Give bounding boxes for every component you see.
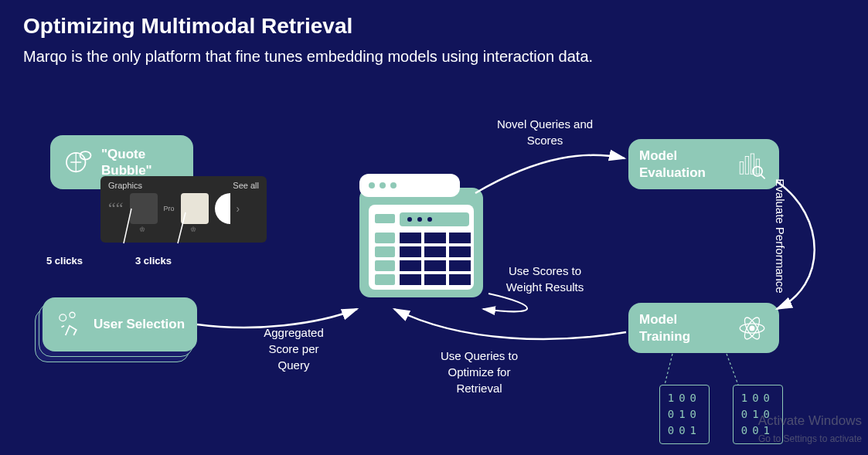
clicks-5-label: 5 clicks	[46, 255, 83, 267]
head-speech-icon	[61, 146, 94, 178]
card-label: User Selection	[94, 316, 185, 332]
svg-rect-14	[375, 214, 395, 223]
graphics-panel: Graphics See all ““ ♔ Pro ♔ ›	[100, 176, 267, 243]
crown-icon: ♔	[190, 226, 196, 233]
browser-data-icon	[352, 174, 491, 305]
quote-glyph-icon: ““	[108, 199, 124, 219]
card-model-training: Model Training	[628, 303, 779, 353]
chart-magnify-icon	[736, 148, 768, 181]
svg-rect-30	[449, 274, 471, 285]
label-novel-queries: Novel Queries and Scores	[495, 116, 595, 148]
page-title: Optimizing Multimodal Retrieval	[23, 14, 352, 39]
svg-point-36	[750, 325, 755, 331]
svg-point-2	[60, 314, 66, 321]
svg-rect-19	[400, 233, 421, 243]
label-use-queries: Use Queries to Optimize for Retrieval	[429, 348, 529, 396]
card-label: Model Training	[639, 311, 728, 345]
graphics-pro-label: Pro	[164, 205, 175, 212]
svg-point-7	[380, 182, 386, 188]
svg-rect-17	[375, 260, 395, 271]
graphics-seeall[interactable]: See all	[233, 181, 259, 190]
svg-rect-24	[449, 246, 471, 257]
graphics-header: Graphics	[108, 181, 142, 190]
svg-point-11	[407, 217, 412, 222]
svg-rect-29	[424, 274, 446, 285]
matrix-row: 001	[668, 423, 701, 439]
matrix-row: 100	[741, 390, 774, 406]
windows-watermark-sub: Go to Settings to activate	[758, 433, 862, 444]
crown-icon: ♔	[139, 226, 145, 233]
svg-rect-27	[449, 260, 471, 271]
graphics-item[interactable]	[215, 193, 230, 224]
chevron-right-icon[interactable]: ›	[237, 202, 240, 215]
svg-rect-28	[400, 274, 421, 285]
svg-point-6	[369, 182, 375, 188]
graphics-item[interactable]: ♔	[181, 193, 209, 224]
svg-rect-31	[740, 161, 743, 174]
label-use-scores: Use Scores to Weight Results	[495, 263, 595, 295]
svg-point-3	[70, 312, 75, 317]
svg-rect-15	[375, 233, 395, 243]
atom-icon	[736, 312, 768, 345]
matrix-row: 010	[668, 406, 701, 423]
svg-point-8	[390, 182, 397, 188]
hand-select-icon	[53, 308, 86, 341]
svg-rect-20	[424, 233, 446, 243]
svg-rect-16	[375, 246, 395, 257]
svg-rect-18	[375, 274, 395, 285]
page-subtitle: Marqo is the only platform that fine tun…	[23, 48, 593, 66]
card-label: Model Evaluation	[639, 148, 728, 181]
svg-rect-22	[400, 246, 421, 257]
matrix-row: 100	[668, 390, 701, 406]
windows-watermark: Activate Windows	[758, 413, 862, 429]
graphics-item[interactable]: ♔	[130, 193, 158, 224]
svg-rect-32	[745, 156, 748, 174]
label-evaluate-performance: Evaluate Performance	[771, 178, 788, 293]
card-model-evaluation: Model Evaluation	[628, 139, 779, 189]
card-user-selection: User Selection	[43, 297, 197, 351]
label-aggregated-score: Aggregated Score per Query	[251, 324, 336, 373]
svg-rect-25	[400, 260, 421, 271]
svg-rect-26	[424, 260, 446, 271]
svg-rect-23	[424, 246, 446, 257]
matrix-output: 100 010 001	[659, 385, 710, 444]
svg-rect-21	[449, 233, 471, 243]
svg-point-12	[417, 217, 422, 222]
clicks-3-label: 3 clicks	[135, 255, 172, 267]
svg-point-13	[427, 217, 432, 222]
card-label: "Quote Bubble"	[101, 146, 182, 179]
